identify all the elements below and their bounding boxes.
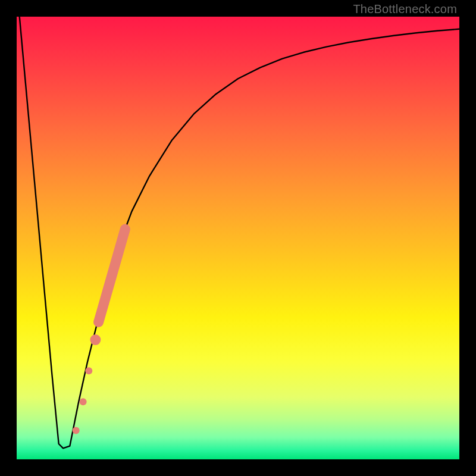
curve-layer xyxy=(17,17,459,459)
highlight-segment xyxy=(99,229,126,322)
bottleneck-curve xyxy=(17,17,459,448)
highlight-dot xyxy=(85,367,92,374)
plot-area xyxy=(17,17,459,459)
chart-frame: TheBottleneck.com xyxy=(0,0,476,476)
highlight-dot xyxy=(90,334,101,345)
source-credit: TheBottleneck.com xyxy=(353,2,457,16)
highlight-dot xyxy=(73,427,80,434)
highlight-dot xyxy=(80,398,87,405)
highlight-dots xyxy=(73,334,101,434)
